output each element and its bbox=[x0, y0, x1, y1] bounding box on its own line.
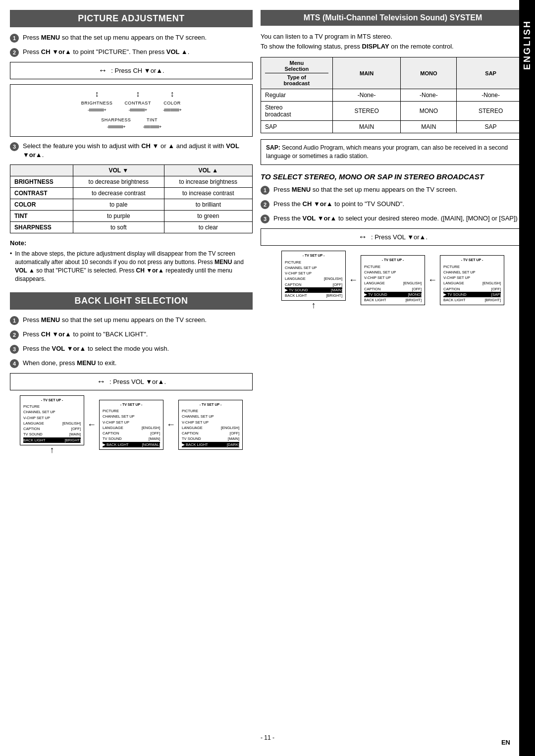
tint-label: TINT bbox=[147, 117, 158, 122]
mts-col-mono: MONO bbox=[401, 57, 457, 89]
sap-bold: SAP: bbox=[266, 144, 280, 151]
backlight-step-1: 1 Press MENU so that the set up menu app… bbox=[10, 316, 253, 325]
stereo-select-heading: TO SELECT STEREO, MONO OR SAP IN STEREO … bbox=[261, 172, 525, 182]
list-item: CAPTION[OFF] bbox=[23, 426, 81, 432]
list-item: V-CHIP SET UP bbox=[364, 275, 422, 280]
backlight-step-3-text: Press the VOL ▼or▲ to select the mode yo… bbox=[23, 344, 169, 353]
list-item: CAPTION[OFF] bbox=[364, 286, 422, 292]
list-item: ▶ TV SOUND[SAP] bbox=[443, 292, 501, 297]
backlight-tv-screen-3: - TV SET UP - PICTURE CHANNEL SET UP V-C… bbox=[178, 400, 243, 450]
stereo-step-2: 2 Press the CH ▼or▲ to point to "TV SOUN… bbox=[261, 200, 525, 209]
stereo-step-1-text: Press MENU so that the set up menu appea… bbox=[273, 185, 457, 194]
vol-table-header-up: VOL ▲ bbox=[164, 165, 252, 176]
list-item: ▶ BACK LIGHT[NORMAL] bbox=[103, 442, 160, 447]
left-arrow-icon: ← bbox=[87, 420, 96, 430]
stereo-tv-title-2: - TV SET UP - bbox=[364, 258, 422, 263]
sharpness-slider: SHARPNESS -IIIIIIIIIIIIIII+ bbox=[101, 117, 131, 129]
color-label: COLOR bbox=[163, 101, 181, 106]
table-row: TINT to purple to green bbox=[10, 211, 253, 222]
list-item: PICTURE bbox=[364, 264, 422, 270]
backlight-tv-screens-row: - TV SET UP - PICTURE CHANNEL SET UP V-C… bbox=[10, 395, 253, 454]
sharpness-label: SHARPNESS bbox=[101, 117, 131, 122]
list-item: V-CHIP SET UP bbox=[103, 420, 160, 425]
mts-intro: You can listen to a TV program in MTS st… bbox=[261, 32, 525, 51]
backlight-step-4-text: When done, press MENU to exit. bbox=[23, 359, 116, 368]
list-item: CHANNEL SET UP bbox=[364, 270, 422, 275]
mts-type-regular: Regular bbox=[261, 89, 333, 102]
list-item: CHANNEL SET UP bbox=[182, 414, 239, 419]
picture-step-2-text: Press CH ▼or▲ to point "PICTURE". Then p… bbox=[23, 48, 189, 56]
mts-stereo-mono: MONO bbox=[401, 102, 457, 121]
stereo-double-arrow-icon: ↔ bbox=[358, 232, 367, 242]
backlight-tv-screen-2: - TV SET UP - PICTURE CHANNEL SET UP V-C… bbox=[99, 400, 163, 450]
list-item: PICTURE bbox=[23, 404, 81, 409]
stereo-vol-arrow-box: ↔ : Press VOL ▼or▲. bbox=[261, 228, 525, 246]
list-item: BACK LIGHT[BRIGHT] bbox=[364, 297, 422, 303]
ch-arrow-label: : Press CH ▼or▲. bbox=[111, 67, 164, 74]
stereo-tv-title-1: - TV SET UP - bbox=[285, 253, 342, 259]
mts-col-main: MAIN bbox=[332, 57, 401, 89]
note-title: Note: bbox=[10, 239, 253, 247]
sap-note-text: Second Audio Program, which means your p… bbox=[266, 144, 508, 160]
picture-step-1-text: Press MENU so that the set up menu appea… bbox=[23, 33, 207, 42]
sap-note-box: SAP: Second Audio Program, which means y… bbox=[261, 139, 525, 165]
feature-brightness: BRIGHTNESS bbox=[10, 176, 73, 188]
mts-regular-main: -None- bbox=[332, 89, 401, 102]
stereo-tv-screen-1: - TV SET UP - PICTURE CHANNEL SET UP V-C… bbox=[281, 251, 346, 301]
list-item: TV SOUND[MAIN] bbox=[103, 436, 160, 441]
brightness-up: to increase brightness bbox=[164, 176, 252, 188]
stereo-left-arrow-icon-1: ← bbox=[349, 275, 358, 285]
tv-up-arrow-1: ↑ bbox=[50, 445, 54, 454]
mts-col-sap: SAP bbox=[457, 57, 525, 89]
mts-regular-mono: -None- bbox=[401, 89, 457, 102]
en-badge: EN bbox=[501, 739, 510, 746]
step-num-1: 1 bbox=[10, 34, 19, 43]
stereo-left-arrow-icon-2: ← bbox=[428, 275, 437, 285]
table-row: Regular -None- -None- -None- bbox=[261, 89, 525, 102]
feature-tint: TINT bbox=[10, 211, 73, 222]
list-item: CHANNEL SET UP bbox=[443, 270, 501, 275]
tint-track: -IIIIIIIIIIIIIII+ bbox=[143, 124, 161, 129]
left-column: PICTURE ADJUSTMENT 1 Press MENU so that … bbox=[10, 10, 253, 746]
color-track: -IIIIIIIIIIIIIII+ bbox=[163, 108, 181, 112]
contrast-label: CONTRAST bbox=[124, 101, 151, 106]
list-item: CAPTION[OFF] bbox=[443, 286, 501, 292]
feature-color: COLOR bbox=[10, 199, 73, 211]
brightness-down: to decrease brightness bbox=[73, 176, 164, 188]
tint-slider: TINT -IIIIIIIIIIIIIII+ bbox=[143, 117, 161, 129]
list-item: LANGUAGE[ENGLISH] bbox=[364, 280, 422, 286]
mts-sap-sap: SAP bbox=[457, 121, 525, 133]
backlight-header: BACK LIGHT SELECTION bbox=[10, 292, 253, 310]
sharpness-down: to soft bbox=[73, 222, 164, 233]
list-item: BACK LIGHT[BRIGHT] bbox=[285, 293, 342, 298]
contrast-up: to increase contrast bbox=[164, 188, 252, 199]
list-item: LANGUAGE[ENGLISH] bbox=[182, 425, 239, 431]
contrast-arrow-up: ↕ bbox=[136, 90, 140, 99]
left-arrow-icon-2: ← bbox=[166, 420, 175, 430]
mts-stereo-main: STEREO bbox=[332, 102, 401, 121]
color-slider: ↕ COLOR -IIIIIIIIIIIIIII+ bbox=[163, 90, 181, 112]
list-item: ▶ TV SOUND[MAIN] bbox=[285, 287, 342, 293]
contrast-slider: ↕ CONTRAST -IIIIIIIIIIIIIII+ bbox=[124, 90, 151, 112]
picture-adjustment-section: PICTURE ADJUSTMENT 1 Press MENU so that … bbox=[10, 10, 253, 283]
contrast-down: to decrease contrast bbox=[73, 188, 164, 199]
bl-step-num-4: 4 bbox=[10, 359, 19, 368]
list-item: CAPTION[OFF] bbox=[285, 282, 342, 287]
feature-contrast: CONTRAST bbox=[10, 188, 73, 199]
picture-step-3: 3 Select the feature you wish to adjust … bbox=[10, 142, 253, 160]
bullet-icon: • bbox=[10, 250, 12, 283]
backlight-tv-screen-1: - TV SET UP - PICTURE CHANNEL SET UP V-C… bbox=[20, 395, 84, 445]
sliders-top-row: ↕ BRIGHTNESS -IIIIIIIIIIIIIII+ ↕ CONTRAS… bbox=[81, 90, 181, 112]
list-item: PICTURE bbox=[103, 408, 160, 414]
list-item: V-CHIP SET UP bbox=[443, 275, 501, 280]
table-row: Stereobroadcast STEREO MONO STEREO bbox=[261, 102, 525, 121]
stereo-step-num-1: 1 bbox=[261, 186, 269, 195]
list-item: BACK LIGHT[BRIGHT] bbox=[443, 297, 501, 303]
vol-double-arrow-icon: ↔ bbox=[97, 377, 106, 387]
english-sidebar: ENGLISH bbox=[519, 0, 535, 756]
stereo-step-num-2: 2 bbox=[261, 200, 269, 209]
note-section: Note: • In the above steps, the picture … bbox=[10, 239, 253, 283]
stereo-tv-screens-row: - TV SET UP - PICTURE CHANNEL SET UP V-C… bbox=[261, 251, 525, 310]
picture-step-2: 2 Press CH ▼or▲ to point "PICTURE". Then… bbox=[10, 48, 253, 57]
vol-table-header-down: VOL ▼ bbox=[73, 165, 164, 176]
